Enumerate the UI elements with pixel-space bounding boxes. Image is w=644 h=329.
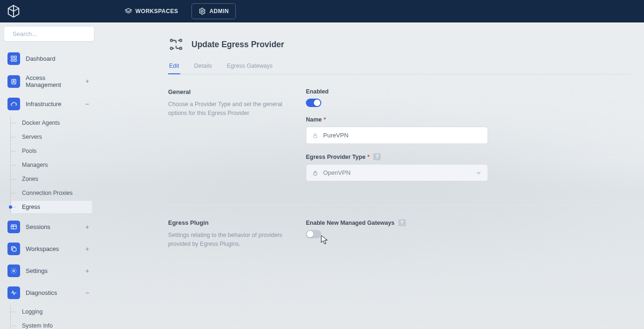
- chevron-down-icon: [475, 170, 482, 176]
- svg-rect-2: [11, 56, 13, 58]
- copy-icon: [10, 245, 17, 252]
- page-title: Update Egress Provider: [191, 40, 284, 50]
- sidebar: Dashboard Access Management Infrastructu…: [0, 22, 98, 329]
- sidebar-label: Infrastructure: [26, 100, 78, 107]
- sidebar-sub-zones[interactable]: Zones: [11, 172, 92, 186]
- svg-point-13: [170, 47, 173, 50]
- svg-point-12: [180, 39, 182, 42]
- plus-icon: [84, 268, 91, 274]
- nav-workspaces-label: WORKSPACES: [135, 8, 178, 14]
- svg-point-11: [170, 39, 173, 42]
- cloud-icon: [10, 100, 17, 107]
- sidebar-label: Diagnostics: [26, 289, 78, 296]
- help-badge[interactable]: ?: [398, 219, 406, 226]
- search-input[interactable]: [13, 30, 91, 37]
- name-label: Name *: [306, 116, 586, 123]
- tab-details[interactable]: Details: [193, 59, 213, 74]
- main-content: Update Egress Provider Edit Details Egre…: [98, 22, 644, 329]
- sidebar-label: Access Management: [26, 74, 78, 88]
- plus-icon: [84, 224, 91, 230]
- sidebar-label: Dashboard: [26, 55, 91, 62]
- section-plugin-desc: Settings relating to the behavior of pro…: [168, 231, 287, 249]
- minus-icon: [84, 101, 91, 107]
- tabs: Edit Details Egress Gateways: [168, 59, 631, 74]
- gear-icon: [198, 7, 206, 15]
- sidebar-item-settings[interactable]: Settings: [4, 261, 94, 280]
- svg-rect-15: [314, 135, 317, 137]
- tab-edit[interactable]: Edit: [168, 59, 180, 74]
- section-plugin-title: Egress Plugin: [168, 219, 287, 226]
- diag-sublist: Logging System Info: [10, 305, 94, 329]
- infra-sublist: Docker Agents Servers Pools Managers Zon…: [10, 116, 94, 214]
- table-icon: [10, 223, 17, 230]
- activity-icon: [10, 289, 17, 296]
- svg-rect-9: [13, 248, 16, 251]
- topbar: WORKSPACES ADMIN: [0, 0, 644, 22]
- sidebar-sub-egress[interactable]: Egress: [11, 200, 92, 214]
- sidebar-sub-docker-agents[interactable]: Docker Agents: [11, 116, 92, 129]
- sidebar-sub-servers[interactable]: Servers: [11, 130, 92, 143]
- sidebar-item-access[interactable]: Access Management: [4, 71, 94, 92]
- plus-icon: [84, 78, 91, 85]
- svg-point-0: [201, 10, 203, 12]
- enabled-toggle[interactable]: [306, 99, 321, 107]
- svg-point-10: [13, 270, 15, 272]
- page-header: Update Egress Provider: [168, 36, 631, 52]
- layers-icon: [125, 7, 132, 15]
- provider-type-value: OpenVPN: [323, 169, 471, 176]
- provider-type-select[interactable]: OpenVPN: [306, 164, 488, 181]
- svg-rect-4: [11, 59, 13, 61]
- enable-gateways-toggle[interactable]: [306, 230, 321, 238]
- section-general: General Choose a Provider Type and set t…: [168, 74, 631, 205]
- required-asterisk: *: [324, 116, 326, 123]
- route-icon: [168, 36, 184, 52]
- sidebar-label: Workspaces: [26, 245, 78, 252]
- sidebar-sub-connection-proxies[interactable]: Connection Proxies: [11, 186, 92, 200]
- help-badge[interactable]: ?: [373, 153, 381, 160]
- sidebar-sub-pools[interactable]: Pools: [11, 144, 92, 157]
- user-icon: [10, 78, 17, 85]
- nav-admin[interactable]: ADMIN: [191, 3, 236, 19]
- svg-rect-5: [14, 59, 16, 61]
- plus-icon: [84, 246, 91, 252]
- sidebar-label: Sessions: [26, 223, 78, 230]
- sidebar-label: Settings: [26, 267, 78, 274]
- sidebar-sub-logging[interactable]: Logging: [11, 305, 92, 318]
- enable-gateways-label: Enable New Managed Gateways ?: [306, 219, 586, 226]
- mouse-cursor-icon: [321, 235, 328, 245]
- sidebar-search[interactable]: [4, 26, 94, 42]
- minus-icon: [84, 290, 91, 296]
- svg-rect-16: [314, 172, 317, 175]
- enabled-label: Enabled: [306, 88, 586, 95]
- tab-egress-gateways[interactable]: Egress Gateways: [226, 59, 274, 74]
- section-general-desc: Choose a Provider Type and set the gener…: [168, 100, 287, 118]
- sidebar-sub-system-info[interactable]: System Info: [11, 319, 92, 329]
- sidebar-item-sessions[interactable]: Sessions: [4, 217, 94, 236]
- provider-type-label: Egress Provider Type * ?: [306, 153, 586, 160]
- app-logo[interactable]: [7, 4, 21, 18]
- gear-icon: [10, 267, 17, 274]
- svg-point-14: [180, 47, 182, 50]
- sidebar-item-infrastructure[interactable]: Infrastructure: [4, 94, 94, 114]
- nav-workspaces[interactable]: WORKSPACES: [118, 3, 185, 19]
- lock-icon: [312, 170, 318, 176]
- svg-rect-3: [14, 56, 16, 58]
- section-egress-plugin: Egress Plugin Settings relating to the b…: [168, 205, 631, 263]
- sidebar-item-workspaces[interactable]: Workspaces: [4, 239, 94, 258]
- nav-admin-label: ADMIN: [209, 8, 229, 14]
- sidebar-item-diagnostics[interactable]: Diagnostics: [4, 283, 94, 302]
- sidebar-sub-managers[interactable]: Managers: [11, 158, 92, 172]
- svg-rect-8: [11, 225, 16, 229]
- section-general-title: General: [168, 88, 287, 95]
- name-input-wrap[interactable]: [306, 127, 488, 144]
- name-input[interactable]: [323, 132, 482, 139]
- sidebar-item-dashboard[interactable]: Dashboard: [4, 49, 94, 68]
- lock-icon: [312, 132, 318, 139]
- required-asterisk: *: [368, 154, 370, 160]
- svg-point-7: [13, 80, 14, 81]
- grid-icon: [10, 55, 17, 62]
